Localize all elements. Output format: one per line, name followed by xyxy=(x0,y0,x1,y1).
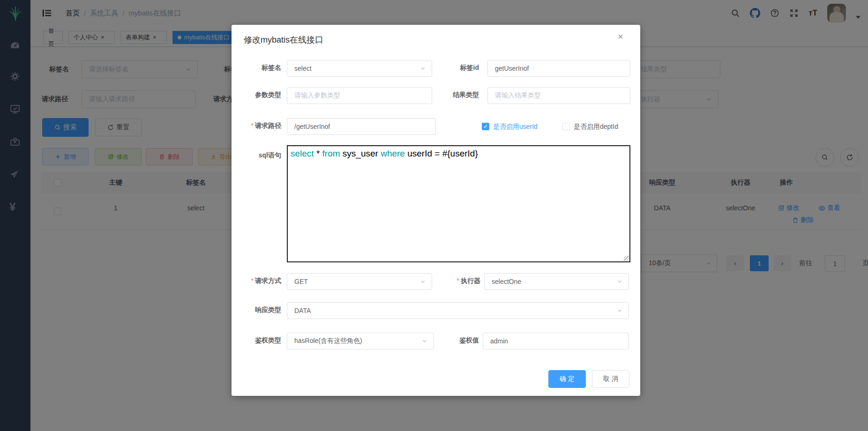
chevron-down-icon xyxy=(616,278,623,285)
chevron-down-icon xyxy=(616,307,623,314)
cancel-button[interactable]: 取 消 xyxy=(592,370,629,388)
dialog-title: 修改mybatis在线接口 xyxy=(244,34,323,45)
close-icon[interactable]: × xyxy=(618,31,623,42)
sql-label: sql语句 xyxy=(232,151,281,160)
method-select[interactable]: GET xyxy=(287,273,432,290)
resize-handle[interactable] xyxy=(624,256,629,261)
tag-name-label: 标签名 xyxy=(232,64,281,72)
auth-type-label: 鉴权类型 xyxy=(232,336,281,345)
edit-mybatis-dialog: 修改mybatis在线接口 × 标签名 select 标签id getUserI… xyxy=(232,25,640,396)
confirm-button[interactable]: 确 定 xyxy=(548,370,586,388)
auth-value-input[interactable]: admin xyxy=(483,333,629,349)
tag-id-input[interactable]: getUserInof xyxy=(487,60,630,77)
resp-type-select[interactable]: DATA xyxy=(287,302,629,319)
param-type-label: 参数类型 xyxy=(232,91,281,99)
tag-name-select[interactable]: select xyxy=(287,60,432,77)
result-type-input[interactable]: 请输入结果类型 xyxy=(487,87,630,104)
auth-type-select[interactable]: hasRole(含有这些角色) xyxy=(287,333,434,349)
path-label: *请求路径 xyxy=(232,122,281,130)
path-input[interactable]: /getUserInof xyxy=(287,118,436,135)
tag-id-label: 标签id xyxy=(419,64,479,72)
executor-select[interactable]: selectOne xyxy=(484,273,629,290)
auth-value-label: 鉴权值 xyxy=(415,336,479,345)
deptid-checkbox[interactable] xyxy=(562,123,570,130)
executor-label: *执行器 xyxy=(417,277,480,285)
deptid-checkbox-label[interactable]: 是否启用deptId xyxy=(574,123,618,131)
result-type-label: 结果类型 xyxy=(419,91,479,99)
userid-checkbox[interactable]: ✓ xyxy=(482,123,489,130)
resp-type-label: 响应类型 xyxy=(232,306,281,314)
param-type-input[interactable]: 请输入参数类型 xyxy=(287,87,432,104)
method-label: *请求方式 xyxy=(232,277,281,285)
userid-checkbox-label[interactable]: 是否启用userId xyxy=(493,123,538,131)
sql-editor[interactable]: select * from sys_user where userId = #{… xyxy=(287,145,630,262)
